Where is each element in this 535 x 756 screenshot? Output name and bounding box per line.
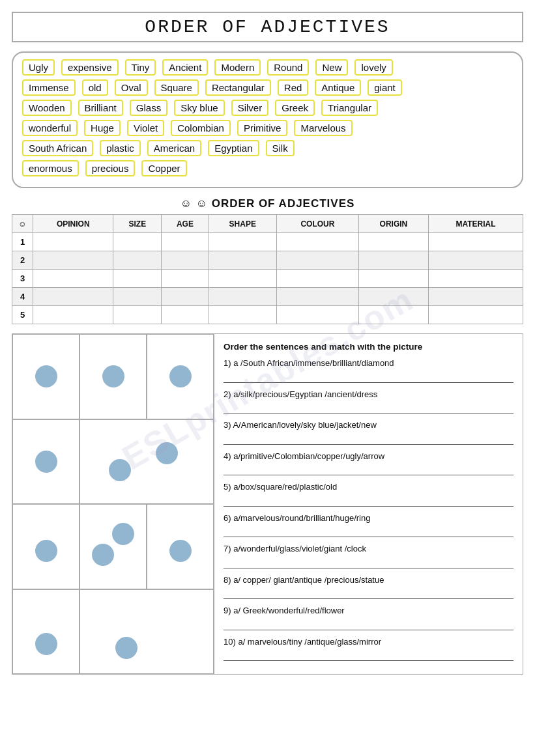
dot <box>35 633 57 655</box>
word-tag: Colombian <box>171 120 231 136</box>
table-cell: 1 <box>12 233 33 251</box>
word-row: WoodenBrilliantGlassSky blueSilverGreekT… <box>22 100 513 116</box>
table-cell <box>162 306 209 324</box>
table-cell <box>162 251 209 270</box>
page-title: ORDER OF ADJECTIVES <box>26 17 509 37</box>
table-cell <box>428 306 523 324</box>
table-cell <box>209 233 276 251</box>
table-header: ☺ <box>12 215 33 233</box>
table-header: MATERIAL <box>428 215 523 233</box>
sentence-line <box>224 464 513 475</box>
table-cell <box>33 306 113 324</box>
picture-cell <box>80 419 214 505</box>
table-cell <box>428 288 523 306</box>
table-cell <box>276 251 358 270</box>
table-cell <box>162 233 209 251</box>
sentence-item: 9) a/ Greek/wonderful/red/flower <box>224 604 513 617</box>
table-row: 1 <box>12 233 523 251</box>
picture-cell <box>80 589 214 675</box>
sentence-line <box>224 371 513 383</box>
table-header: SIZE <box>113 215 162 233</box>
word-tag: enormous <box>22 160 79 176</box>
table-cell: 3 <box>12 270 33 288</box>
table-cell <box>428 251 523 270</box>
picture-cell <box>12 334 80 419</box>
dot <box>169 365 192 387</box>
sentence-line <box>224 649 513 661</box>
word-tag: precious <box>85 160 136 176</box>
table-cell <box>33 288 113 306</box>
word-cloud: UglyexpensiveTinyAncientModernRoundNewlo… <box>12 51 523 188</box>
word-row: ImmenseoldOvalSquareRectangularRedAntiqu… <box>22 79 513 96</box>
word-tag: expensive <box>61 59 119 76</box>
table-cell <box>209 251 276 270</box>
word-tag: Modern <box>214 59 261 76</box>
sentence-item: 5) a/box/square/red/plastic/old <box>224 481 513 494</box>
word-tag: Marvelous <box>294 120 352 136</box>
word-tag: Tiny <box>125 59 156 76</box>
sentence-item: 10) a/ marvelous/tiny /antique/glass/mir… <box>224 636 513 649</box>
table-cell <box>359 270 429 288</box>
table-cell <box>359 306 429 324</box>
word-tag: New <box>315 59 348 76</box>
word-tag: Egyptian <box>208 140 259 156</box>
table-cell <box>33 270 113 288</box>
table-cell <box>276 306 358 324</box>
bottom-section: Order the sentences and match with the p… <box>12 333 523 675</box>
sentence-line <box>224 525 513 537</box>
table-cell <box>428 270 523 288</box>
word-tag: giant <box>368 79 402 96</box>
word-tag: old <box>82 79 108 96</box>
word-tag: Greek <box>275 100 315 116</box>
word-tag: South African <box>22 140 93 156</box>
picture-cell <box>147 334 214 419</box>
table-cell <box>162 288 209 306</box>
word-tag: Huge <box>84 120 121 136</box>
word-tag: Primitive <box>237 120 288 136</box>
sentence-line <box>224 402 513 413</box>
dot <box>169 540 192 562</box>
table-cell <box>209 306 276 324</box>
table-cell <box>428 233 523 251</box>
table-row: 3 <box>12 270 523 288</box>
sentence-line <box>224 619 513 630</box>
word-tag: Triangular <box>321 100 378 116</box>
word-tag: Red <box>278 79 309 96</box>
dot <box>35 451 57 473</box>
table-cell <box>276 288 358 306</box>
word-tag: Glass <box>130 100 167 116</box>
dot <box>102 365 124 387</box>
sentence-item: 3) A/American/lovely/sky blue/jacket/new <box>224 419 513 432</box>
dot <box>112 523 134 545</box>
sentence-item: 2) a/silk/precious/Egyptian /ancient/dre… <box>224 388 513 401</box>
sentence-item: 4) a/primitive/Colombian/copper/ugly/arr… <box>224 450 513 463</box>
table-header: OPINION <box>33 215 113 233</box>
table-header: COLOUR <box>276 215 358 233</box>
dot <box>35 365 57 387</box>
word-tag: Silk <box>266 140 295 156</box>
table-cell <box>209 270 276 288</box>
table-title: ☺ ☺ ORDER OF ADJECTIVES <box>12 197 523 210</box>
sentence-item: 7) a/wonderful/glass/violet/giant /clock <box>224 542 513 555</box>
word-tag: Copper <box>141 160 186 176</box>
word-tag: Oval <box>115 79 148 96</box>
table-cell <box>113 306 162 324</box>
word-row: enormouspreciousCopper <box>22 160 513 176</box>
picture-cell <box>80 504 147 589</box>
sentences-title: Order the sentences and match with the p… <box>224 342 513 352</box>
word-tag: Round <box>267 59 309 76</box>
sentence-line <box>224 495 513 507</box>
picture-cell <box>12 589 80 675</box>
word-tag: Square <box>154 79 199 96</box>
picture-cell <box>80 334 147 419</box>
table-cell <box>359 288 429 306</box>
word-tag: Antique <box>315 79 361 96</box>
dot <box>92 544 114 566</box>
sentence-line <box>224 433 513 445</box>
word-tag: Ugly <box>22 59 55 76</box>
word-tag: American <box>147 140 201 156</box>
table-cell: 2 <box>12 251 33 270</box>
sentence-item: 6) a/marvelous/round/brilliant/huge/ring <box>224 512 513 525</box>
word-row: wonderfulHugeVioletColombianPrimitiveMar… <box>22 120 513 136</box>
word-tag: plastic <box>100 140 141 156</box>
